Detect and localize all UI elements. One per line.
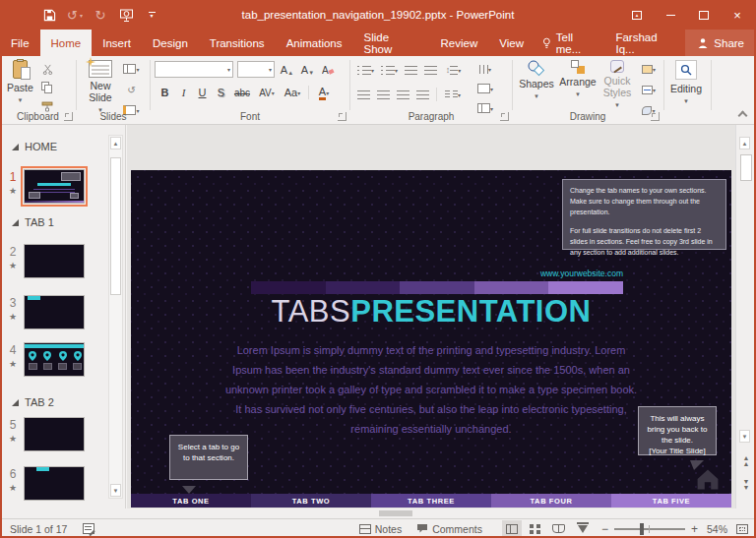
paste-button[interactable]: Paste ▼ <box>7 56 33 114</box>
tab-file[interactable]: File <box>0 30 40 56</box>
align-center-button[interactable] <box>375 87 392 102</box>
scroll-up-icon[interactable]: ▲ <box>110 137 121 149</box>
paragraph-dialog-launcher[interactable] <box>500 112 509 121</box>
drawing-dialog-launcher[interactable] <box>651 112 660 121</box>
new-slide-button[interactable]: New Slide ▼ <box>81 56 120 118</box>
cut-button[interactable] <box>39 61 56 77</box>
underline-button[interactable]: U <box>194 85 211 100</box>
vertical-scrollbar[interactable]: ▲ ▼ ▲▲ ▼▼ <box>735 125 756 508</box>
comments-button[interactable]: Comments <box>413 520 485 538</box>
reset-slide-button[interactable]: ↺ <box>123 82 140 97</box>
tab-design[interactable]: Design <box>142 30 199 56</box>
instruction-note-box[interactable]: Change the tab names to your own section… <box>562 179 726 250</box>
align-right-button[interactable] <box>395 87 411 102</box>
slide-4-thumbnail[interactable] <box>24 342 85 377</box>
slide-body-text[interactable]: Lorem Ipsum is simply dummy text of the … <box>224 340 638 439</box>
arrange-button[interactable]: Arrange ▼ <box>556 56 599 118</box>
tab-insert[interactable]: Insert <box>92 30 142 56</box>
reading-view-button[interactable] <box>549 520 569 538</box>
slide-sorter-view-button[interactable] <box>526 520 545 538</box>
font-name-combobox[interactable]: ▾ <box>155 61 233 78</box>
zoom-in-button[interactable]: + <box>691 522 698 536</box>
section-home[interactable]: HOME <box>12 141 57 152</box>
nav-tab-two[interactable]: TAB TWO <box>251 494 371 508</box>
next-slide-button[interactable]: ▼▼ <box>739 479 753 491</box>
grow-font-button[interactable]: A▲ <box>279 62 295 78</box>
slide-indicator[interactable]: Slide 1 of 17 <box>10 523 67 535</box>
tab-review[interactable]: Review <box>430 30 489 56</box>
line-spacing-button[interactable]: ↕▾ <box>442 62 465 78</box>
text-direction-button[interactable]: ▾ <box>472 61 498 77</box>
zoom-slider[interactable] <box>614 528 685 530</box>
clear-formatting-button[interactable]: A <box>320 62 337 78</box>
quick-styles-button[interactable]: Quick Styles ▼ <box>599 56 635 118</box>
scroll-up-icon[interactable]: ▲ <box>739 137 750 149</box>
tab-transitions[interactable]: Transitions <box>199 30 276 56</box>
slide-editing-area[interactable]: Change the tab names to your own section… <box>131 170 731 508</box>
scrollbar-thumb[interactable] <box>110 157 121 295</box>
character-spacing-button[interactable]: AV▾ <box>255 85 279 100</box>
section-tab-1[interactable]: TAB 1 <box>12 216 54 228</box>
section-tab-2[interactable]: TAB 2 <box>12 396 54 408</box>
editing-button[interactable]: Editing ▼ <box>664 56 708 107</box>
increase-indent-button[interactable] <box>422 62 439 78</box>
scroll-down-icon[interactable]: ▼ <box>739 430 750 443</box>
gradient-bar[interactable] <box>251 281 623 294</box>
slide-title[interactable]: TABSPRESENTATION <box>131 294 731 329</box>
previous-slide-button[interactable]: ▲▲ <box>739 455 753 467</box>
scrollbar-thumb[interactable] <box>740 154 752 181</box>
home-button[interactable] <box>695 467 721 495</box>
minimize-button[interactable] <box>656 2 685 28</box>
font-color-button[interactable]: A▾ <box>313 85 335 100</box>
shape-fill-button[interactable]: ▾ <box>637 61 661 77</box>
nav-tab-one[interactable]: TAB ONE <box>131 494 251 508</box>
share-button[interactable]: Share <box>685 30 756 56</box>
zoom-out-button[interactable]: − <box>601 522 608 536</box>
decrease-indent-button[interactable] <box>403 62 419 78</box>
shapes-button[interactable]: Shapes ▼ <box>517 56 556 118</box>
slide-6-thumbnail[interactable] <box>24 466 85 501</box>
slide-1-thumbnail[interactable] <box>24 169 85 204</box>
restore-button[interactable] <box>689 2 719 28</box>
font-dialog-launcher[interactable] <box>338 112 346 121</box>
slide-5-thumbnail[interactable] <box>24 417 85 451</box>
font-size-combobox[interactable]: ▾ <box>237 61 275 78</box>
change-case-button[interactable]: Aa▾ <box>281 85 304 100</box>
slide-show-button[interactable] <box>573 520 593 538</box>
nav-tab-four[interactable]: TAB FOUR <box>491 494 611 508</box>
account-name[interactable]: Farshad Iq... <box>607 30 685 56</box>
tab-slide-show[interactable]: Slide Show <box>353 30 430 56</box>
scroll-down-icon[interactable]: ▼ <box>110 484 121 497</box>
columns-button[interactable]: ▾ <box>442 87 464 102</box>
copy-button[interactable] <box>39 80 56 95</box>
align-left-button[interactable] <box>355 87 372 102</box>
tab-home[interactable]: Home <box>40 30 93 56</box>
bullets-button[interactable]: ▾ <box>355 62 376 78</box>
zoom-slider-thumb[interactable] <box>640 523 644 535</box>
normal-view-button[interactable] <box>502 520 522 538</box>
horizontal-scrollbar[interactable] <box>0 508 756 518</box>
tab-view[interactable]: View <box>488 30 535 56</box>
shrink-font-button[interactable]: A▼ <box>299 62 316 78</box>
scrollbar-thumb[interactable] <box>379 510 412 516</box>
close-button[interactable]: × <box>723 2 752 28</box>
slide-3-thumbnail[interactable] <box>24 295 85 329</box>
strikethrough-button[interactable]: abc <box>231 85 253 100</box>
slide-layout-button[interactable]: ▾ <box>123 61 140 77</box>
left-callout[interactable]: Select a tab to go to that section. <box>169 435 248 480</box>
text-shadow-button[interactable]: S <box>213 85 229 100</box>
thumbnail-panel-scrollbar[interactable]: ▲ ▼ <box>108 135 123 499</box>
align-text-button[interactable]: ▾ <box>472 81 498 96</box>
right-callout[interactable]: This will always bring you back to the s… <box>638 406 717 455</box>
fit-slide-to-window-button[interactable] <box>736 524 748 534</box>
website-url-text[interactable]: www.yourwebsite.com <box>540 269 623 278</box>
collapse-ribbon-button[interactable] <box>738 111 748 121</box>
bold-button[interactable]: B <box>157 85 173 100</box>
tab-animations[interactable]: Animations <box>276 30 353 56</box>
tell-me-button[interactable]: Tell me... <box>535 30 607 56</box>
notes-button[interactable]: Notes <box>356 520 405 538</box>
ribbon-display-options-button[interactable]: ▴ <box>622 2 652 28</box>
spell-check-icon[interactable] <box>83 523 94 534</box>
numbering-button[interactable]: ▾ <box>379 62 400 78</box>
italic-button[interactable]: I <box>175 85 192 100</box>
